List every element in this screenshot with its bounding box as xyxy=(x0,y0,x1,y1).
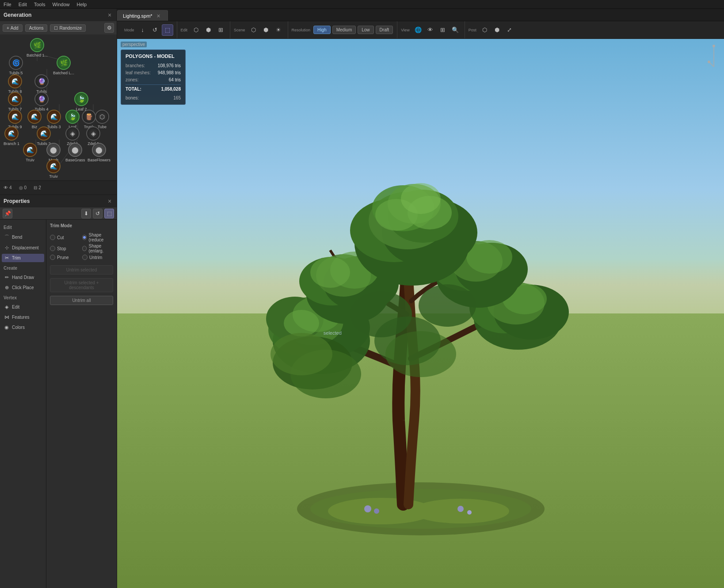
scene-btn2[interactable]: ⬢ xyxy=(260,24,272,36)
resolution-draft[interactable]: Draft xyxy=(376,26,393,34)
prop-displacement[interactable]: ⊹ Displacement xyxy=(2,244,44,252)
node-circle-zdef1: ◈ xyxy=(65,126,80,141)
svg-point-42 xyxy=(310,257,350,288)
mode-icon2: ↺ xyxy=(95,210,100,217)
menu-help[interactable]: Help xyxy=(77,2,87,7)
node-circle-tubils5: 🌀 xyxy=(9,56,23,70)
post-expand-btn[interactable]: ⤢ xyxy=(504,24,515,36)
edit-btn2[interactable]: ⬢ xyxy=(202,24,214,36)
generation-close-button[interactable]: × xyxy=(106,11,113,19)
view-search-btn[interactable]: 🔍 xyxy=(450,24,461,36)
properties-close-button[interactable]: × xyxy=(106,198,113,205)
poly-bones-row: bones: 165 xyxy=(126,95,181,102)
node-tubils7[interactable]: 🌊 Tubils 7 xyxy=(8,92,22,111)
radio-shape-reduce[interactable]: Shape (reduce xyxy=(82,233,113,242)
randomize-button[interactable]: ☐ Randomize xyxy=(50,24,86,32)
mode-icon-btn3[interactable]: ⬚ xyxy=(104,209,114,218)
node-circle-tubils8: 🌊 xyxy=(8,74,22,88)
node-graph[interactable]: 🌿 Batched 1... 🌀 Tubils 5 🌿 Batched L...… xyxy=(0,34,117,180)
radio-untrim[interactable]: Untrim xyxy=(82,255,113,260)
mode-btn1[interactable]: ↓ xyxy=(137,24,149,36)
file-tab-close[interactable]: × xyxy=(155,12,162,19)
node-truiv[interactable]: 🌊 Truiv xyxy=(23,143,37,162)
prop-features[interactable]: ⋈ Features xyxy=(2,313,44,321)
add-button[interactable]: + Add xyxy=(3,24,23,32)
node-tubils[interactable]: 🔮 Tubils xyxy=(34,74,49,94)
mode-icon-btn1[interactable]: ⬇ xyxy=(81,209,91,218)
node-tubils4[interactable]: 🔮 Tubils 4 xyxy=(34,92,49,111)
node-baseflowers[interactable]: ⬤ BaseFlowers xyxy=(88,143,111,162)
mode-btn2[interactable]: ↺ xyxy=(149,24,161,36)
edit-btn3[interactable]: ⊞ xyxy=(215,24,226,36)
poly-branches-label: branches: xyxy=(126,62,145,69)
hand-draw-icon: ✏ xyxy=(4,275,10,280)
menu-file[interactable]: File xyxy=(4,2,11,7)
node-circle-batched2: 🌿 xyxy=(57,56,71,70)
trim-mode-title: Trim Mode xyxy=(50,223,113,228)
colors-label: Colors xyxy=(12,325,25,330)
scene-btn3[interactable]: ☀ xyxy=(273,24,284,36)
prop-trim[interactable]: ✂ Trim xyxy=(2,254,44,262)
node-circle-baseflowers: ⬤ xyxy=(92,143,106,157)
radio-cut[interactable]: Cut xyxy=(50,233,81,242)
untrim-selected-descendants-button[interactable]: Untrim selected + descendants xyxy=(50,278,113,292)
resolution-low[interactable]: Low xyxy=(358,26,373,34)
scene-label: Scene xyxy=(234,28,245,32)
node-circle-tubils2: 🌊 xyxy=(37,126,51,141)
tree-svg xyxy=(248,146,593,544)
scene-btn1[interactable]: ⬡ xyxy=(248,24,259,36)
post-btn1[interactable]: ⬡ xyxy=(479,24,491,36)
prop-colors[interactable]: ◉ Colors xyxy=(2,323,44,332)
node-tubils8[interactable]: 🌊 Tubils 8 xyxy=(8,74,22,94)
post-btn2[interactable]: ⬢ xyxy=(492,24,503,36)
mode-icon-btn2[interactable]: ↺ xyxy=(93,209,103,218)
click-place-label: Click Place xyxy=(12,285,34,290)
resolution-medium[interactable]: Medium xyxy=(332,26,356,34)
view-eye-btn[interactable]: 👁 xyxy=(425,24,436,36)
untrim-all-button[interactable]: Untrim all xyxy=(50,296,113,305)
view-grid-btn[interactable]: ⊞ xyxy=(437,24,449,36)
node-circle-truiv2: 🌊 xyxy=(46,159,61,173)
untrim-selected-button[interactable]: Untrim selected xyxy=(50,265,113,275)
node-basegrass[interactable]: ⬤ BaseGrass xyxy=(65,143,85,162)
radio-shape-enlarge[interactable]: Shape (enlarg. xyxy=(82,244,113,253)
node-circle-biz: 🌊 xyxy=(27,110,42,124)
radio-prune[interactable]: Prune xyxy=(50,255,81,260)
gear-button[interactable]: ⚙ xyxy=(104,23,114,33)
prop-hand-draw[interactable]: ✏ Hand Draw xyxy=(2,273,44,282)
view-globe-btn[interactable]: 🌐 xyxy=(412,24,424,36)
menu-window[interactable]: Window xyxy=(52,2,69,7)
node-batched1[interactable]: 🌿 Batched 1... xyxy=(27,38,48,57)
node-tubils5[interactable]: 🌀 Tubils 5 xyxy=(9,56,23,75)
viewport[interactable]: perspective POLYGONS - MODEL branches: 1… xyxy=(117,39,724,588)
edit-btn1[interactable]: ⬡ xyxy=(190,24,202,36)
node-label-truiv2: Truiv xyxy=(49,174,58,179)
prop-vertex-edit[interactable]: ◈ Edit xyxy=(2,303,44,311)
prop-bend[interactable]: ⌒ Bend xyxy=(2,233,44,242)
node-branch1[interactable]: 🌊 Branch 1 xyxy=(4,126,19,146)
radio-stop-circle xyxy=(50,246,55,251)
menu-tools[interactable]: Tools xyxy=(34,2,46,7)
node-truiv2[interactable]: 🌊 Truiv xyxy=(46,159,61,179)
svg-point-59 xyxy=(419,284,476,327)
poly-bones-label: bones: xyxy=(126,95,139,102)
viewport-area: Lighting.spm* × Mode ↓ ↺ ⬚ Edit ⬡ ⬢ ⊞ S xyxy=(117,9,724,588)
file-tab-lighting[interactable]: Lighting.spm* × xyxy=(117,10,168,21)
node-leaf2[interactable]: 🍃 Leaf 2 xyxy=(74,92,88,111)
close-icon-props: × xyxy=(108,198,111,205)
resolution-high[interactable]: High xyxy=(313,26,331,34)
menu-edit[interactable]: Edit xyxy=(19,2,27,7)
poly-zones-value: 64 tris xyxy=(169,76,181,84)
svg-point-67 xyxy=(713,45,715,47)
radio-shape-enlarge-label: Shape (enlarg. xyxy=(88,244,113,253)
add-label: Add xyxy=(11,26,19,31)
mode-icon3: ⬚ xyxy=(107,210,112,217)
node-batched2[interactable]: 🌿 Batched L... xyxy=(53,56,74,75)
node-label-basegrass: BaseGrass xyxy=(65,158,85,162)
mode-btn3[interactable]: ⬚ xyxy=(162,24,173,36)
radio-stop[interactable]: Stop xyxy=(50,244,81,253)
prop-click-place[interactable]: ⊕ Click Place xyxy=(2,283,44,292)
pin-button[interactable]: 📌 xyxy=(3,209,12,218)
actions-button[interactable]: Actions xyxy=(25,24,48,32)
plus-icon: + xyxy=(7,26,9,31)
